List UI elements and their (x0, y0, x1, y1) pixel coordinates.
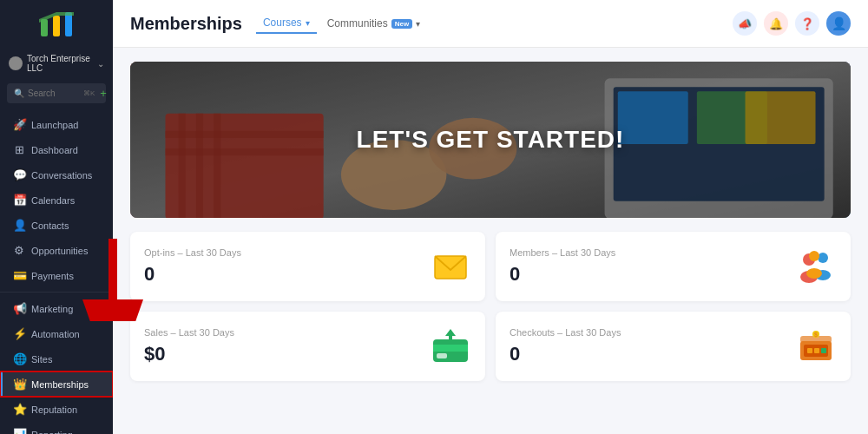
stat-icon-sales (430, 326, 471, 367)
search-bar[interactable]: 🔍 ⌘K + (7, 83, 106, 103)
app-logo (39, 12, 74, 40)
tab-courses[interactable]: Courses ▾ (256, 13, 317, 34)
topbar-right: 📣 🔔 ❓ 👤 (733, 11, 851, 36)
topbar: Memberships Courses ▾ Communities New ▾ … (113, 0, 868, 48)
reporting-icon: 📊 (13, 428, 25, 434)
sidebar-item-reporting[interactable]: 📊 Reporting (0, 422, 113, 434)
sidebar-item-opportunities[interactable]: ⚙ Opportunities (0, 238, 113, 263)
sidebar-label-conversations: Conversations (31, 170, 92, 181)
tab-courses-label: Courses (263, 16, 302, 29)
stat-card-checkouts: Checkouts – Last 30 Days 0 $ (496, 312, 851, 381)
stat-value-opt-ins: 0 (144, 263, 241, 286)
dashboard-icon: ⊞ (13, 143, 25, 156)
hero-text: LET'S GET STARTED! (357, 126, 625, 154)
add-icon[interactable]: + (100, 87, 107, 100)
nav-divider (0, 292, 113, 293)
tab-bar: Courses ▾ Communities New ▾ (256, 13, 427, 34)
stat-label-sales: Sales – Last 30 Days (144, 327, 234, 338)
sidebar-label-contacts: Contacts (31, 220, 69, 231)
sites-icon: 🌐 (13, 352, 25, 365)
sidebar-item-memberships[interactable]: 👑 Memberships (0, 372, 113, 397)
opportunities-icon: ⚙ (13, 244, 25, 257)
sidebar-item-marketing[interactable]: 📢 Marketing (0, 296, 113, 321)
sidebar-label-launchpad: Launchpad (31, 120, 78, 130)
sidebar-item-automation[interactable]: ⚡ Automation (0, 321, 113, 346)
user-avatar-button[interactable]: 👤 (826, 11, 851, 36)
svg-point-23 (818, 253, 828, 263)
sidebar-item-conversations[interactable]: 💬 Conversations (0, 162, 113, 187)
svg-rect-30 (437, 353, 447, 358)
sidebar-label-automation: Automation (31, 329, 80, 339)
help-button[interactable]: ❓ (795, 11, 819, 36)
sidebar-item-reputation[interactable]: ⭐ Reputation (0, 397, 113, 422)
stat-icon-checkouts: $ (795, 326, 837, 367)
svg-rect-35 (807, 348, 812, 353)
sidebar-item-dashboard[interactable]: ⊞ Dashboard (0, 137, 113, 162)
bell-button[interactable]: 🔔 (764, 11, 788, 36)
svg-rect-32 (449, 334, 452, 341)
hero-overlay: LET'S GET STARTED! (130, 62, 851, 218)
svg-rect-0 (41, 19, 48, 36)
topbar-left: Memberships Courses ▾ Communities New ▾ (130, 13, 427, 34)
stat-icon-opt-ins (430, 246, 471, 287)
svg-rect-1 (53, 16, 60, 36)
courses-chevron-icon: ▾ (306, 18, 310, 28)
contacts-icon: 👤 (13, 219, 25, 232)
tab-communities-label: Communities (327, 17, 388, 30)
svg-rect-36 (814, 348, 819, 353)
svg-point-27 (806, 268, 822, 279)
automation-icon: ⚡ (13, 327, 25, 340)
org-selector[interactable]: Torch Enterprise LLC ⌄ (0, 49, 113, 78)
org-avatar (9, 56, 23, 70)
stat-label-members: Members – Last 30 Days (510, 247, 615, 258)
stat-card-sales: Sales – Last 30 Days $0 (130, 312, 485, 381)
stat-value-sales: $0 (144, 343, 234, 365)
page-content: LET'S GET STARTED! Opt-ins – Last 30 Day… (113, 48, 868, 434)
stat-info-sales: Sales – Last 30 Days $0 (144, 327, 234, 365)
sidebar-label-dashboard: Dashboard (31, 145, 78, 155)
checkout-icon: $ (795, 327, 837, 365)
page-title: Memberships (130, 14, 242, 34)
communities-new-badge: New (391, 19, 412, 29)
sidebar-item-payments[interactable]: 💳 Payments (0, 263, 113, 288)
marketing-icon: 📢 (13, 302, 25, 315)
svg-rect-37 (821, 348, 826, 353)
communities-chevron-icon: ▾ (416, 19, 420, 29)
sidebar-label-opportunities: Opportunities (31, 246, 88, 256)
sidebar-item-sites[interactable]: 🌐 Sites (0, 346, 113, 372)
sidebar-item-contacts[interactable]: 👤 Contacts (0, 213, 113, 238)
hero-banner: LET'S GET STARTED! (130, 62, 851, 218)
megaphone-button[interactable]: 📣 (733, 11, 757, 36)
main-content: Memberships Courses ▾ Communities New ▾ … (113, 0, 868, 434)
stat-info-members: Members – Last 30 Days 0 (510, 247, 615, 286)
conversations-icon: 💬 (13, 168, 25, 181)
logo-area (0, 0, 113, 49)
tab-communities[interactable]: Communities New ▾ (320, 14, 427, 33)
sidebar-label-marketing: Marketing (31, 304, 73, 314)
sidebar-item-calendars[interactable]: 📅 Calendars (0, 187, 113, 213)
svg-text:$: $ (814, 332, 818, 339)
stat-info-opt-ins: Opt-ins – Last 30 Days 0 (144, 247, 241, 286)
stat-value-checkouts: 0 (510, 343, 621, 365)
megaphone-icon: 📣 (738, 17, 752, 30)
stat-icon-members (795, 246, 837, 287)
sidebar-label-memberships: Memberships (31, 379, 89, 390)
stat-label-opt-ins: Opt-ins – Last 30 Days (144, 247, 241, 258)
search-input[interactable] (28, 89, 80, 98)
stat-value-members: 0 (510, 263, 615, 286)
calendars-icon: 📅 (13, 194, 25, 207)
primary-nav: 🚀 Launchpad ⊞ Dashboard 💬 Conversations … (0, 108, 113, 434)
sidebar-label-sites: Sites (31, 354, 52, 365)
stats-grid: Opt-ins – Last 30 Days 0 Members – Last … (130, 232, 851, 381)
payments-icon: 💳 (13, 269, 25, 282)
org-name: Torch Enterprise LLC (27, 54, 97, 73)
reputation-icon: ⭐ (13, 403, 25, 416)
sidebar-item-launchpad[interactable]: 🚀 Launchpad (0, 112, 113, 137)
question-icon: ❓ (800, 17, 814, 30)
stat-card-members: Members – Last 30 Days 0 (496, 232, 851, 301)
launchpad-icon: 🚀 (13, 118, 25, 131)
envelope-icon (431, 247, 470, 286)
org-chevron-icon: ⌄ (97, 59, 104, 69)
search-shortcut: ⌘K (83, 89, 95, 97)
members-icon (795, 246, 837, 287)
